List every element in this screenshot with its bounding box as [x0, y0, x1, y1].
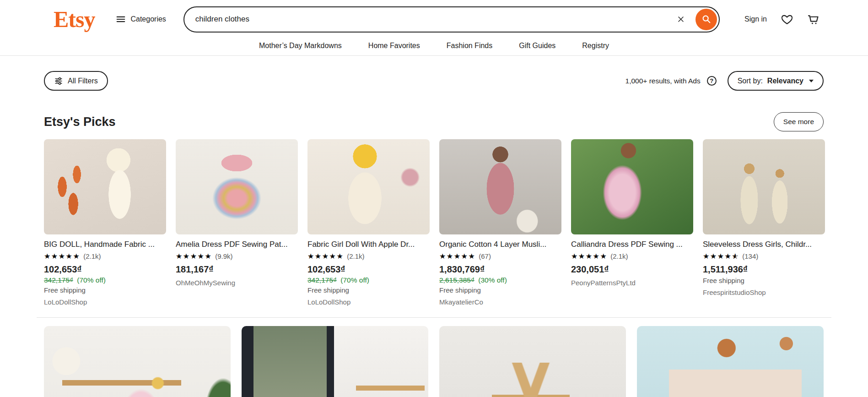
- star-rating: ★★★★☆★: [703, 253, 739, 260]
- product-title[interactable]: Fabric Girl Doll With Apple Dr...: [307, 239, 430, 250]
- star-icon: ★: [586, 253, 593, 260]
- star-icon: ★: [315, 253, 322, 260]
- star-icon: ★: [710, 253, 717, 260]
- product-card[interactable]: BIG DOLL, Handmade Fabric ... ★★★★★ (2.1…: [44, 139, 166, 306]
- star-icon: ★: [66, 253, 73, 260]
- all-filters-label: All Filters: [68, 77, 98, 85]
- product-price: 102,653₫: [307, 264, 430, 275]
- category-nav: Mother’s Day Markdowns Home Favorites Fa…: [0, 36, 868, 56]
- original-price: 342,175₫: [44, 276, 73, 284]
- nav-link-mothers-day-markdowns[interactable]: Mother’s Day Markdowns: [259, 42, 342, 50]
- nav-link-home-favorites[interactable]: Home Favorites: [368, 42, 420, 50]
- star-icon: ★: [717, 253, 725, 260]
- discount-percent: (70% off): [340, 276, 369, 284]
- star-rating: ★★★★★: [307, 253, 344, 260]
- product-image[interactable]: [176, 139, 298, 234]
- discount-percent: (70% off): [77, 276, 106, 284]
- product-card[interactable]: Sleeveless Dress Girls, Childr... ★★★★☆★…: [703, 139, 825, 306]
- listing-image-doll-shelf[interactable]: [637, 326, 824, 397]
- star-icon: ★: [176, 253, 183, 260]
- star-icon: ★: [571, 253, 578, 260]
- shop-name[interactable]: MkayatelierCo: [439, 298, 561, 306]
- product-card[interactable]: Fabric Girl Doll With Apple Dr... ★★★★★ …: [307, 139, 430, 306]
- free-shipping-label: Free shipping: [44, 286, 166, 294]
- star-icon: ★: [59, 253, 66, 260]
- free-shipping-label: Free shipping: [439, 286, 561, 294]
- star-icon: ★: [183, 253, 190, 260]
- product-image[interactable]: [571, 139, 693, 234]
- cart-icon: [806, 13, 819, 26]
- product-title[interactable]: Calliandra Dress PDF Sewing ...: [571, 239, 693, 250]
- star-icon: ★: [468, 253, 475, 260]
- product-price: 1,830,769₫: [439, 264, 561, 275]
- sort-dropdown[interactable]: Sort by: Relevancy: [728, 71, 824, 91]
- clear-search-button[interactable]: [673, 11, 689, 27]
- rating-count: (67): [479, 252, 491, 260]
- product-title[interactable]: Organic Cotton 4 Layer Musli...: [439, 239, 561, 250]
- product-image[interactable]: [44, 139, 166, 234]
- product-rating: ★★★★★ (67): [439, 251, 561, 261]
- listing-image-teepee-rack[interactable]: [439, 326, 626, 397]
- shop-name[interactable]: PeonyPatternsPtyLtd: [571, 279, 693, 287]
- categories-button[interactable]: Categories: [112, 10, 169, 29]
- all-filters-button[interactable]: All Filters: [44, 71, 108, 91]
- listing-image-window-rack[interactable]: [242, 326, 428, 397]
- nav-link-gift-guides[interactable]: Gift Guides: [519, 42, 555, 50]
- star-icon: ★: [703, 253, 710, 260]
- product-card[interactable]: Amelia Dress PDF Sewing Pat... ★★★★★ (9.…: [176, 139, 298, 306]
- star-icon: ★: [461, 253, 469, 260]
- sale-info: 342,175₫ (70% off): [44, 276, 166, 284]
- product-title[interactable]: Amelia Dress PDF Sewing Pat...: [176, 239, 298, 250]
- sort-value: Relevancy: [767, 77, 803, 85]
- star-icon: ★: [322, 253, 329, 260]
- product-price: 102,653₫: [44, 264, 166, 275]
- categories-label: Categories: [130, 15, 166, 23]
- star-icon: ★: [454, 253, 461, 260]
- product-image[interactable]: [703, 139, 825, 234]
- product-image[interactable]: [307, 139, 430, 234]
- star-icon: ★: [725, 253, 732, 260]
- shop-name[interactable]: FreespiritstudioShop: [703, 288, 825, 296]
- nav-link-fashion-finds[interactable]: Fashion Finds: [447, 42, 493, 50]
- rating-count: (2.1k): [347, 252, 364, 260]
- product-rating: ★★★★★ (9.9k): [176, 251, 298, 261]
- star-icon: ★: [205, 253, 212, 260]
- etsy-logo[interactable]: Etsy: [54, 8, 95, 31]
- product-card[interactable]: Organic Cotton 4 Layer Musli... ★★★★★ (6…: [439, 139, 561, 306]
- cart-button[interactable]: [802, 8, 824, 30]
- star-icon: ★: [593, 253, 600, 260]
- product-image[interactable]: [439, 139, 561, 234]
- star-icon: ★: [73, 253, 80, 260]
- star-icon: ★: [307, 253, 315, 260]
- product-price: 181,167₫: [176, 264, 298, 275]
- sale-info: 2,615,385₫ (30% off): [439, 276, 561, 284]
- shop-name[interactable]: LoLoDollShop: [44, 298, 166, 306]
- heart-icon: [781, 13, 793, 26]
- search-button[interactable]: [695, 9, 717, 30]
- rating-count: (2.1k): [83, 252, 101, 260]
- product-title[interactable]: Sleeveless Dress Girls, Childr...: [703, 239, 825, 250]
- search-input[interactable]: [184, 15, 673, 24]
- free-shipping-label: Free shipping: [307, 286, 430, 294]
- product-rating: ★★★★★ (2.1k): [571, 251, 693, 261]
- shop-name[interactable]: OhMeOhMySewing: [176, 279, 298, 287]
- star-icon: ★: [51, 253, 59, 260]
- product-card[interactable]: Calliandra Dress PDF Sewing ... ★★★★★ (2…: [571, 139, 693, 306]
- etsys-picks-header: Etsy's Picks See more: [0, 112, 868, 131]
- original-price: 342,175₫: [307, 276, 337, 284]
- toolbar-right: 1,000+ results, with Ads ? Sort by: Rele…: [625, 71, 824, 91]
- header-top-row: Etsy Categories Sign in: [0, 0, 868, 36]
- favorites-button[interactable]: [776, 8, 798, 30]
- shop-name[interactable]: LoLoDollShop: [307, 298, 430, 306]
- product-price: 1,511,936₫: [703, 264, 825, 275]
- product-title[interactable]: BIG DOLL, Handmade Fabric ...: [44, 239, 166, 250]
- see-more-button[interactable]: See more: [774, 112, 824, 131]
- ads-help-icon[interactable]: ?: [707, 76, 717, 86]
- star-icon: ★: [329, 253, 337, 260]
- sign-in-link[interactable]: Sign in: [739, 11, 772, 28]
- product-rating: ★★★★★ (2.1k): [307, 251, 430, 261]
- listing-image-nursery-rack[interactable]: [44, 326, 231, 397]
- nav-link-registry[interactable]: Registry: [582, 42, 609, 50]
- half-star-icon: ☆★: [732, 253, 739, 260]
- star-icon: ★: [336, 253, 344, 260]
